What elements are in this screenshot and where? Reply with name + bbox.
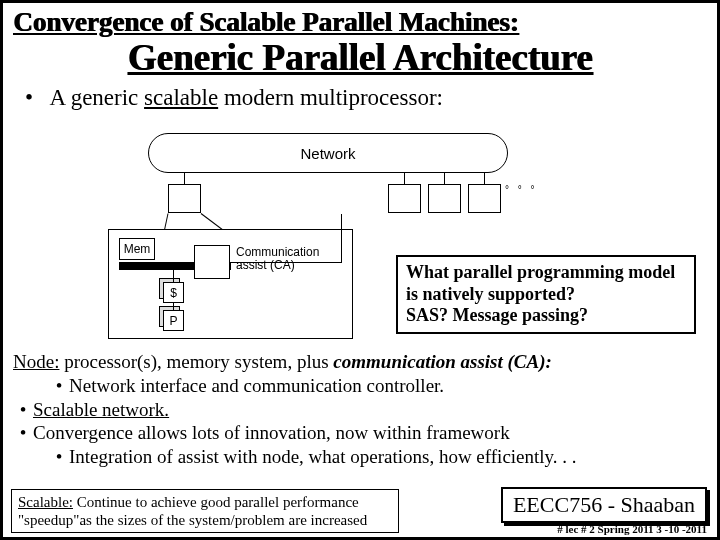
bullet-3: Convergence allows lots of innovation, n… bbox=[33, 421, 510, 445]
node-em: communication assist (CA): bbox=[333, 351, 552, 372]
q-line1: What parallel programming model bbox=[406, 262, 675, 282]
ca-label: Communication assist (CA) bbox=[236, 246, 319, 272]
q-line2: is natively supported? bbox=[406, 284, 575, 304]
bullet-2: Scalable network. bbox=[33, 398, 169, 422]
ca-box bbox=[194, 245, 230, 279]
bullet-dot: • bbox=[49, 374, 69, 398]
connector-line bbox=[341, 214, 342, 262]
course-badge: EECC756 - Shaaban bbox=[501, 487, 707, 523]
memory-label: Mem bbox=[124, 242, 151, 256]
ca-label-2: assist (CA) bbox=[236, 258, 295, 272]
bullet-dot: • bbox=[49, 445, 69, 469]
network-oval: Network bbox=[148, 133, 508, 173]
scalable-lead: Scalable: bbox=[18, 494, 73, 510]
sub-bullet-1: Network interface and communication cont… bbox=[69, 374, 444, 398]
top-suffix: modern multiprocessor: bbox=[218, 85, 443, 110]
connector-line bbox=[173, 270, 174, 282]
node-box bbox=[468, 184, 501, 213]
node-box bbox=[428, 184, 461, 213]
connector-line bbox=[230, 262, 342, 263]
node-stem bbox=[444, 173, 445, 184]
node-stem bbox=[184, 173, 185, 184]
top-bullet: • A generic scalable modern multiprocess… bbox=[3, 85, 717, 111]
bullet-dot: • bbox=[13, 421, 33, 445]
node-rest: processor(s), memory system, plus bbox=[59, 351, 333, 372]
lower-bullets: Node: processor(s), memory system, plus … bbox=[13, 350, 707, 469]
connector-line bbox=[173, 303, 174, 310]
top-scalable: scalable bbox=[144, 85, 218, 110]
node-lead: Node: bbox=[13, 351, 59, 372]
node-detail-box: Mem Communication assist (CA) $ P bbox=[108, 229, 353, 339]
course-text: EECC756 - Shaaban bbox=[513, 492, 695, 517]
title-large: Generic Parallel Architecture bbox=[3, 36, 717, 79]
scalable-callout: Scalable: Continue to achieve good paral… bbox=[11, 489, 399, 533]
top-prefix: A generic bbox=[50, 85, 145, 110]
node-stem bbox=[404, 173, 405, 184]
footer-meta: # lec # 2 Spring 2011 3 -10 -2011 bbox=[557, 523, 707, 535]
network-label: Network bbox=[300, 145, 355, 162]
cache-box: $ bbox=[163, 282, 184, 303]
processor-label: P bbox=[169, 314, 177, 328]
bullet-dot: • bbox=[13, 398, 33, 422]
bullet-dot: • bbox=[25, 85, 33, 110]
ellipsis-icon: ° ° ° bbox=[505, 184, 538, 195]
processor-box: P bbox=[163, 310, 184, 331]
memory-box: Mem bbox=[119, 238, 155, 260]
node-box bbox=[388, 184, 421, 213]
question-callout: What parallel programming model is nativ… bbox=[396, 255, 696, 334]
title-small: Convergence of Scalable Parallel Machine… bbox=[3, 3, 717, 38]
sub-bullet-3: Integration of assist with node, what op… bbox=[69, 445, 577, 469]
slide: Convergence of Scalable Parallel Machine… bbox=[0, 0, 720, 540]
node-stem bbox=[484, 173, 485, 184]
ca-label-1: Communication bbox=[236, 245, 319, 259]
node-box bbox=[168, 184, 201, 213]
q-line3: SAS? Message passing? bbox=[406, 305, 588, 325]
cache-label: $ bbox=[170, 286, 177, 300]
